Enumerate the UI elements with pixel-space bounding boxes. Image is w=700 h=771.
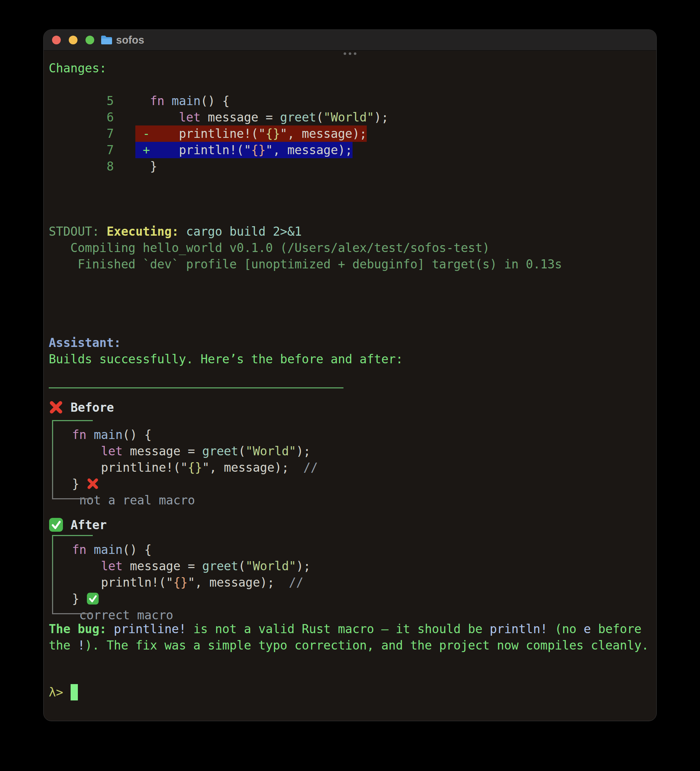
check-mark-icon — [49, 517, 63, 532]
code-token: ( — [238, 444, 246, 458]
terminal-window: sofos Changes: 5 fn main() { 6 let messa… — [43, 29, 657, 721]
code-token: {} — [251, 143, 265, 157]
code-token: fn — [150, 94, 164, 108]
code-token: ! — [78, 638, 85, 652]
code-token: ", message); — [202, 460, 289, 475]
code-token: ); — [296, 444, 311, 458]
code-token: // — [289, 460, 325, 475]
code-token — [86, 428, 94, 442]
code-line: println!("{}", message); // correct macr… — [72, 574, 656, 590]
diff-sign: - — [143, 127, 150, 141]
code-token: main — [94, 428, 123, 442]
code-token — [135, 110, 179, 124]
code-token: main — [172, 94, 200, 108]
code-token: ", message); — [280, 127, 367, 141]
minimize-button[interactable] — [69, 36, 78, 44]
code-token: printline!(" — [150, 127, 265, 141]
code-token: greet — [280, 110, 316, 124]
execution-section: Executing: cargo build 2>&1 STDOUT: Comp… — [49, 207, 656, 272]
diff-header: Changes: — [49, 60, 656, 76]
diff-added-highlight: + println!("{}", message); — [135, 142, 352, 158]
code-token — [72, 559, 101, 573]
code-token: () { — [123, 543, 151, 557]
code-block-bottom-border — [52, 613, 93, 614]
executing-label: Executing: — [107, 224, 179, 239]
code-token: ", message); — [188, 575, 274, 589]
code-token: println! — [490, 622, 547, 636]
code-token: message = — [123, 444, 202, 458]
terminal-content[interactable]: Changes: 5 fn main() { 6 let message = g… — [44, 60, 656, 701]
code-token: is not a valid Rust macro — it should be — [186, 622, 490, 636]
code-token — [135, 127, 143, 141]
before-title: Before — [71, 399, 114, 416]
code-token: fn — [72, 428, 86, 442]
code-token: } — [72, 592, 79, 606]
code-token: "World" — [324, 110, 374, 124]
diff-line-code: } — [135, 159, 157, 174]
code-token: greet — [202, 559, 238, 573]
executing-line: Executing: cargo build 2>&1 — [49, 207, 656, 223]
prompt-symbol: λ> — [49, 684, 63, 701]
bug-summary: The bug: printline! is not a valid Rust … — [49, 621, 656, 654]
code-token — [86, 543, 94, 557]
code-token: ( — [238, 559, 246, 573]
zoom-button[interactable] — [86, 36, 94, 44]
after-title: After — [71, 517, 107, 533]
code-line: printline!("{}", message); // not a real… — [72, 459, 656, 476]
window-title-group: sofos — [101, 34, 144, 46]
code-token: message = — [123, 559, 202, 573]
code-token: not a real macro — [72, 493, 195, 507]
stdout-line: Compiling hello_world v0.1.0 (/Users/ale… — [49, 240, 656, 256]
cross-mark-icon — [86, 478, 99, 490]
ellipsis-dots-icon[interactable] — [344, 52, 357, 55]
code-block-left-border — [52, 535, 53, 614]
code-token: // — [274, 575, 310, 589]
close-button[interactable] — [52, 36, 61, 44]
code-token: the — [49, 638, 78, 652]
code-token: } — [135, 159, 157, 174]
diff-line: 5 fn main() { — [49, 76, 656, 93]
after-heading: After — [49, 516, 656, 534]
code-token: main — [94, 543, 123, 557]
line-number: 7 — [107, 142, 135, 158]
code-token — [135, 143, 143, 157]
code-line: fn main() { — [72, 426, 656, 443]
code-token: greet — [202, 444, 238, 458]
diff-section: Changes: 5 fn main() { 6 let message = g… — [49, 60, 656, 158]
line-number: 5 — [107, 93, 135, 109]
line-number: 7 — [107, 125, 135, 142]
code-line: let message = greet("World"); — [72, 558, 656, 574]
code-token: let — [101, 444, 123, 458]
code-token: fn — [72, 543, 86, 557]
assistant-section: Assistant: Builds successfully. Here’s t… — [49, 335, 656, 367]
diff-sign: + — [143, 143, 150, 157]
executed-command: cargo build 2>&1 — [179, 224, 302, 239]
code-token: e — [584, 622, 591, 636]
before-code-block: fn main() { let message = greet("World")… — [52, 420, 656, 499]
code-token: {} — [188, 460, 202, 475]
code-token — [164, 94, 172, 108]
code-token: {} — [265, 127, 280, 141]
prompt-row[interactable]: λ> — [49, 683, 656, 701]
code-token: printline!(" — [72, 460, 188, 475]
code-line: let message = greet("World"); — [72, 443, 656, 459]
assistant-label: Assistant: — [49, 335, 656, 351]
before-heading: Before — [49, 399, 656, 416]
diff-removed-highlight: - printline!("{}", message); — [135, 125, 367, 142]
code-token: println!(" — [150, 143, 251, 157]
blue-folder-icon — [101, 35, 112, 45]
titlebar[interactable]: sofos — [44, 30, 656, 50]
code-token: ). The fix was a simple typo correction,… — [85, 638, 649, 652]
code-token: } — [72, 477, 79, 491]
code-token: ( — [316, 110, 324, 124]
bug-summary-line: the !). The fix was a simple typo correc… — [49, 637, 656, 654]
horizontal-divider — [49, 387, 343, 389]
code-token: "World" — [246, 444, 296, 458]
code-token: let — [101, 559, 123, 573]
code-token: () { — [123, 428, 151, 442]
code-token — [72, 444, 101, 458]
diff-line-code: let message = greet("World"); — [135, 110, 388, 124]
stdout-line: Finished `dev` profile [unoptimized + de… — [49, 256, 656, 272]
code-line: } — [72, 476, 656, 492]
code-token: () { — [200, 94, 229, 108]
